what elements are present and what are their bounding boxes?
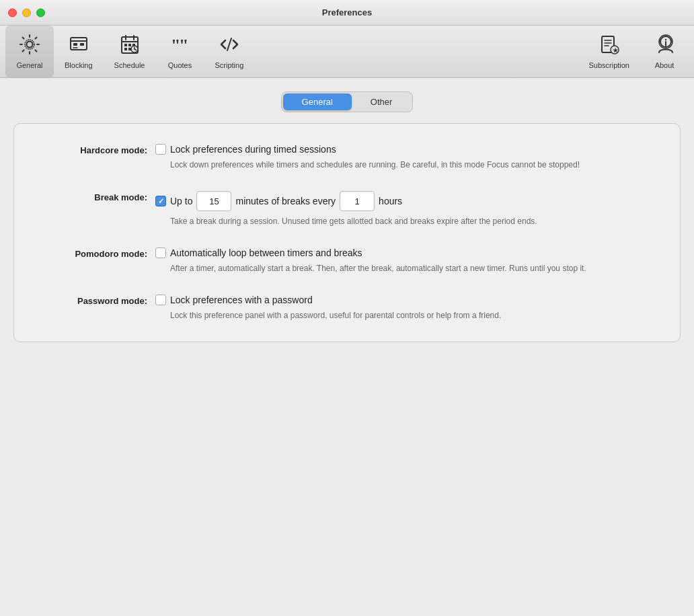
about-icon (654, 34, 675, 59)
hardcore-mode-label: Hardcore mode: (41, 144, 155, 155)
hardcore-mode-desc: Lock down preferences while timers and s… (155, 159, 653, 171)
toolbar-item-schedule[interactable]: Schedule (104, 26, 156, 77)
tab-general[interactable]: General (283, 93, 352, 110)
svg-rect-12 (128, 44, 131, 46)
break-mode-label: Break mode: (41, 191, 155, 202)
pomodoro-mode-row: Pomodoro mode: Automatically loop betwee… (41, 247, 653, 274)
hardcore-mode-checkbox[interactable] (155, 144, 166, 155)
svg-text:★: ★ (613, 47, 619, 54)
schedule-icon (119, 34, 141, 59)
segmented-inner: General Other (281, 91, 414, 112)
hardcore-mode-main: Lock preferences during timed sessions (155, 144, 653, 155)
password-mode-label: Password mode: (41, 295, 155, 306)
password-mode-row: Password mode: Lock preferences with a p… (41, 295, 653, 321)
scripting-label: Scripting (215, 61, 243, 69)
break-mode-row: Break mode: Up to 15 minutes of breaks e… (41, 191, 653, 227)
toolbar-item-general[interactable]: General (5, 26, 54, 77)
tab-other[interactable]: Other (352, 93, 412, 110)
pomodoro-mode-text: Automatically loop between timers and br… (170, 247, 362, 258)
settings-panel: Hardcore mode: Lock preferences during t… (13, 123, 681, 342)
toolbar-left-group: General Blocking (5, 26, 254, 77)
password-mode-checkbox[interactable] (155, 295, 166, 305)
break-mode-mid: minutes of breaks every (235, 196, 336, 206)
svg-line-21 (227, 38, 231, 50)
svg-text:": " (179, 36, 188, 55)
segmented-control: General Other (13, 91, 681, 112)
toolbar-item-quotes[interactable]: " " Quotes (155, 26, 204, 77)
pomodoro-mode-checkbox[interactable] (155, 247, 166, 258)
break-mode-content: Up to 15 minutes of breaks every 1 hours… (155, 191, 653, 227)
close-button[interactable] (8, 8, 17, 17)
break-mode-pre: Up to (170, 196, 192, 206)
password-mode-main: Lock preferences with a password (155, 295, 653, 305)
titlebar: Preferences (0, 0, 694, 26)
break-mode-desc: Take a break during a session. Unused ti… (155, 215, 653, 227)
toolbar-right-group: ★ Subscription About (578, 26, 689, 77)
quotes-icon: " " (169, 34, 190, 59)
svg-rect-5 (80, 43, 84, 46)
subscription-icon: ★ (599, 34, 620, 59)
pomodoro-mode-content: Automatically loop between timers and br… (155, 247, 653, 274)
password-mode-desc: Lock this preference panel with a passwo… (155, 309, 653, 321)
toolbar: General Blocking (0, 26, 694, 78)
toolbar-item-scripting[interactable]: Scripting (204, 26, 254, 77)
schedule-label: Schedule (114, 61, 145, 69)
svg-point-0 (27, 42, 33, 48)
pomodoro-mode-desc: After a timer, automatically start a bre… (155, 262, 653, 274)
hardcore-mode-row: Hardcore mode: Lock preferences during t… (41, 144, 653, 171)
hardcore-mode-text: Lock preferences during timed sessions (170, 144, 336, 155)
pomodoro-mode-main: Automatically loop between timers and br… (155, 247, 653, 258)
break-hours-input[interactable]: 1 (340, 191, 375, 211)
password-mode-content: Lock preferences with a password Lock th… (155, 295, 653, 321)
toolbar-item-about[interactable]: About (640, 26, 689, 77)
break-mode-main: Up to 15 minutes of breaks every 1 hours (155, 191, 653, 211)
traffic-lights[interactable] (8, 8, 45, 17)
blocking-icon (68, 34, 89, 59)
main-content: General Other Hardcore mode: Lock prefer… (0, 78, 694, 356)
svg-rect-4 (73, 43, 77, 46)
scripting-icon (219, 34, 240, 59)
window-title: Preferences (322, 7, 372, 17)
password-mode-text: Lock preferences with a password (170, 295, 313, 305)
minimize-button[interactable] (22, 8, 31, 17)
toolbar-item-blocking[interactable]: Blocking (54, 26, 104, 77)
maximize-button[interactable] (36, 8, 45, 17)
pomodoro-mode-label: Pomodoro mode: (41, 247, 155, 259)
svg-rect-14 (124, 48, 127, 50)
break-mode-post: hours (379, 196, 402, 206)
blocking-label: Blocking (65, 61, 93, 69)
svg-point-29 (665, 39, 666, 40)
break-minutes-input[interactable]: 15 (196, 191, 231, 211)
gear-icon (19, 34, 40, 59)
about-label: About (655, 61, 674, 69)
svg-rect-11 (124, 44, 127, 46)
hardcore-mode-content: Lock preferences during timed sessions L… (155, 144, 653, 171)
subscription-label: Subscription (588, 61, 629, 69)
quotes-label: Quotes (168, 61, 192, 69)
break-mode-checkbox[interactable] (155, 196, 166, 206)
general-label: General (16, 61, 42, 69)
toolbar-item-subscription[interactable]: ★ Subscription (578, 26, 640, 77)
